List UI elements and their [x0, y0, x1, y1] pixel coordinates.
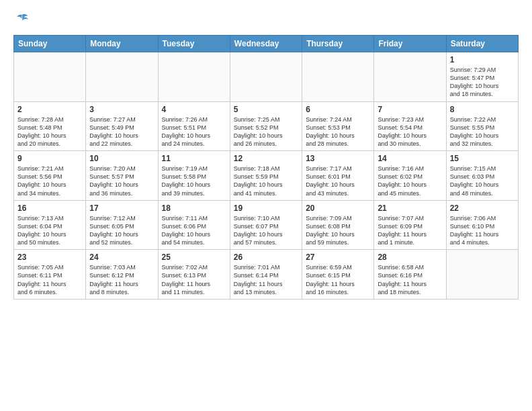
day-number: 23	[17, 253, 82, 262]
day-info: Sunrise: 7:16 AM Sunset: 6:02 PM Dayligh…	[378, 165, 442, 197]
day-info: Sunrise: 6:58 AM Sunset: 6:16 PM Dayligh…	[378, 263, 442, 296]
calendar-cell: 21Sunrise: 7:07 AM Sunset: 6:09 PM Dayli…	[374, 200, 446, 250]
calendar-cell: 10Sunrise: 7:20 AM Sunset: 5:57 PM Dayli…	[86, 151, 158, 201]
page: SundayMondayTuesdayWednesdayThursdayFrid…	[0, 0, 532, 306]
day-number: 22	[450, 203, 515, 213]
weekday-header-wednesday: Wednesday	[230, 36, 302, 52]
day-number: 2	[17, 105, 82, 114]
day-info: Sunrise: 7:21 AM Sunset: 5:56 PM Dayligh…	[17, 165, 82, 197]
day-info: Sunrise: 7:29 AM Sunset: 5:47 PM Dayligh…	[450, 66, 515, 99]
calendar-cell: 19Sunrise: 7:10 AM Sunset: 6:07 PM Dayli…	[230, 200, 302, 250]
day-number: 16	[17, 203, 82, 213]
calendar-cell	[158, 52, 230, 102]
calendar-cell: 27Sunrise: 6:59 AM Sunset: 6:15 PM Dayli…	[302, 250, 374, 300]
day-number: 26	[234, 253, 298, 262]
weekday-header-tuesday: Tuesday	[158, 36, 230, 52]
day-info: Sunrise: 7:22 AM Sunset: 5:55 PM Dayligh…	[450, 116, 515, 148]
day-info: Sunrise: 7:02 AM Sunset: 6:13 PM Dayligh…	[162, 263, 226, 296]
day-number: 28	[378, 253, 442, 262]
day-info: Sunrise: 7:13 AM Sunset: 6:04 PM Dayligh…	[17, 214, 82, 247]
weekday-header-thursday: Thursday	[302, 36, 374, 52]
calendar-cell: 13Sunrise: 7:17 AM Sunset: 6:01 PM Dayli…	[302, 151, 374, 201]
calendar-cell: 28Sunrise: 6:58 AM Sunset: 6:16 PM Dayli…	[374, 250, 446, 300]
logo	[13, 12, 30, 27]
day-info: Sunrise: 7:24 AM Sunset: 5:53 PM Dayligh…	[306, 116, 370, 148]
day-number: 20	[306, 203, 370, 213]
day-info: Sunrise: 6:59 AM Sunset: 6:15 PM Dayligh…	[306, 263, 370, 296]
day-info: Sunrise: 7:17 AM Sunset: 6:01 PM Dayligh…	[306, 165, 370, 197]
calendar-cell: 6Sunrise: 7:24 AM Sunset: 5:53 PM Daylig…	[302, 101, 374, 151]
calendar-cell: 23Sunrise: 7:05 AM Sunset: 6:11 PM Dayli…	[14, 250, 86, 300]
day-info: Sunrise: 7:12 AM Sunset: 6:05 PM Dayligh…	[89, 214, 154, 247]
calendar-cell: 14Sunrise: 7:16 AM Sunset: 6:02 PM Dayli…	[374, 151, 446, 201]
calendar-cell	[302, 52, 374, 102]
day-info: Sunrise: 7:18 AM Sunset: 5:59 PM Dayligh…	[234, 165, 298, 197]
day-number: 15	[450, 154, 515, 163]
calendar-cell	[374, 52, 446, 102]
week-row-2: 2Sunrise: 7:28 AM Sunset: 5:48 PM Daylig…	[14, 101, 519, 151]
week-row-1: 1Sunrise: 7:29 AM Sunset: 5:47 PM Daylig…	[14, 52, 519, 102]
day-number: 4	[162, 105, 226, 114]
day-info: Sunrise: 7:11 AM Sunset: 6:06 PM Dayligh…	[162, 214, 226, 247]
calendar-cell	[86, 52, 158, 102]
calendar-cell	[446, 250, 518, 300]
week-row-4: 16Sunrise: 7:13 AM Sunset: 6:04 PM Dayli…	[14, 200, 519, 250]
calendar-cell: 1Sunrise: 7:29 AM Sunset: 5:47 PM Daylig…	[446, 52, 518, 102]
calendar-cell: 7Sunrise: 7:23 AM Sunset: 5:54 PM Daylig…	[374, 101, 446, 151]
calendar-cell: 20Sunrise: 7:09 AM Sunset: 6:08 PM Dayli…	[302, 200, 374, 250]
calendar-cell: 22Sunrise: 7:06 AM Sunset: 6:10 PM Dayli…	[446, 200, 518, 250]
calendar-cell: 5Sunrise: 7:25 AM Sunset: 5:52 PM Daylig…	[230, 101, 302, 151]
day-number: 14	[378, 154, 442, 163]
weekday-header-monday: Monday	[86, 36, 158, 52]
day-number: 6	[306, 105, 370, 114]
calendar-cell: 12Sunrise: 7:18 AM Sunset: 5:59 PM Dayli…	[230, 151, 302, 201]
calendar-cell: 17Sunrise: 7:12 AM Sunset: 6:05 PM Dayli…	[86, 200, 158, 250]
day-info: Sunrise: 7:07 AM Sunset: 6:09 PM Dayligh…	[378, 214, 442, 247]
weekday-header-friday: Friday	[374, 36, 446, 52]
day-info: Sunrise: 7:27 AM Sunset: 5:49 PM Dayligh…	[89, 116, 154, 148]
calendar-cell: 18Sunrise: 7:11 AM Sunset: 6:06 PM Dayli…	[158, 200, 230, 250]
day-info: Sunrise: 7:20 AM Sunset: 5:57 PM Dayligh…	[89, 165, 154, 197]
calendar-cell: 11Sunrise: 7:19 AM Sunset: 5:58 PM Dayli…	[158, 151, 230, 201]
calendar-cell: 26Sunrise: 7:01 AM Sunset: 6:14 PM Dayli…	[230, 250, 302, 300]
day-number: 8	[450, 105, 515, 114]
day-info: Sunrise: 7:03 AM Sunset: 6:12 PM Dayligh…	[89, 263, 154, 296]
day-number: 3	[89, 105, 154, 114]
calendar-cell: 25Sunrise: 7:02 AM Sunset: 6:13 PM Dayli…	[158, 250, 230, 300]
day-number: 27	[306, 253, 370, 262]
bird-icon	[15, 12, 30, 27]
day-number: 25	[162, 253, 226, 262]
day-number: 13	[306, 154, 370, 163]
calendar-cell: 16Sunrise: 7:13 AM Sunset: 6:04 PM Dayli…	[14, 200, 86, 250]
calendar-cell: 3Sunrise: 7:27 AM Sunset: 5:49 PM Daylig…	[86, 101, 158, 151]
day-info: Sunrise: 7:26 AM Sunset: 5:51 PM Dayligh…	[162, 116, 226, 148]
day-number: 10	[89, 154, 154, 163]
day-info: Sunrise: 7:19 AM Sunset: 5:58 PM Dayligh…	[162, 165, 226, 197]
day-info: Sunrise: 7:05 AM Sunset: 6:11 PM Dayligh…	[17, 263, 82, 296]
header	[13, 12, 519, 27]
calendar-cell: 4Sunrise: 7:26 AM Sunset: 5:51 PM Daylig…	[158, 101, 230, 151]
day-number: 24	[89, 253, 154, 262]
calendar-cell: 9Sunrise: 7:21 AM Sunset: 5:56 PM Daylig…	[14, 151, 86, 201]
day-info: Sunrise: 7:28 AM Sunset: 5:48 PM Dayligh…	[17, 116, 82, 148]
day-number: 7	[378, 105, 442, 114]
day-number: 18	[162, 203, 226, 213]
weekday-header-saturday: Saturday	[446, 36, 518, 52]
weekday-header-row: SundayMondayTuesdayWednesdayThursdayFrid…	[14, 36, 519, 52]
day-info: Sunrise: 7:10 AM Sunset: 6:07 PM Dayligh…	[234, 214, 298, 247]
day-info: Sunrise: 7:23 AM Sunset: 5:54 PM Dayligh…	[378, 116, 442, 148]
calendar-table: SundayMondayTuesdayWednesdayThursdayFrid…	[13, 35, 519, 300]
day-info: Sunrise: 7:15 AM Sunset: 6:03 PM Dayligh…	[450, 165, 515, 197]
week-row-3: 9Sunrise: 7:21 AM Sunset: 5:56 PM Daylig…	[14, 151, 519, 201]
day-info: Sunrise: 7:06 AM Sunset: 6:10 PM Dayligh…	[450, 214, 515, 247]
calendar-cell	[14, 52, 86, 102]
calendar-cell: 15Sunrise: 7:15 AM Sunset: 6:03 PM Dayli…	[446, 151, 518, 201]
day-info: Sunrise: 7:01 AM Sunset: 6:14 PM Dayligh…	[234, 263, 298, 296]
day-number: 17	[89, 203, 154, 213]
day-number: 9	[17, 154, 82, 163]
day-number: 21	[378, 203, 442, 213]
calendar-cell: 24Sunrise: 7:03 AM Sunset: 6:12 PM Dayli…	[86, 250, 158, 300]
day-number: 5	[234, 105, 298, 114]
day-number: 1	[450, 55, 515, 64]
day-info: Sunrise: 7:25 AM Sunset: 5:52 PM Dayligh…	[234, 116, 298, 148]
